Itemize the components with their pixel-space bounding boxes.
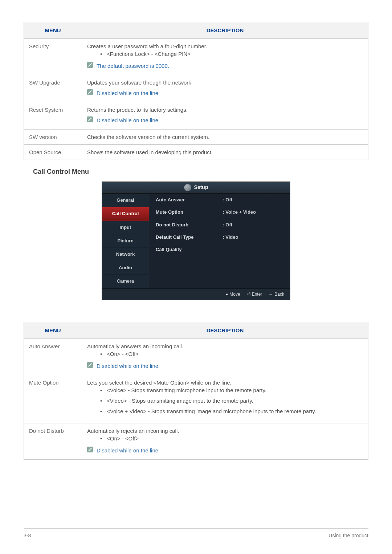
menu-table-1: MENU DESCRIPTION Security Creates a user… — [24, 22, 368, 160]
col-header-description: DESCRIPTION — [82, 22, 368, 39]
note-icon — [87, 447, 93, 452]
table-row: Do not Disturb Automatically rejects an … — [24, 423, 368, 460]
osd-tab-network[interactable]: Network — [102, 248, 149, 261]
menu-table-2: MENU DESCRIPTION Auto Answer Automatical… — [24, 322, 368, 460]
col-header-menu: MENU — [24, 22, 82, 39]
menu-label: Do not Disturb — [24, 423, 82, 460]
table-row: SW Upgrade Updates your software through… — [24, 75, 368, 102]
osd-item[interactable]: Auto Answer: Off — [149, 194, 290, 206]
osd-setup-screenshot: Setup General Call Control Input Picture… — [102, 181, 290, 300]
menu-description: Automatically answers an incoming call. … — [82, 339, 368, 375]
table-row: Open Source Shows the software used in d… — [24, 145, 368, 160]
menu-label: Security — [24, 39, 82, 75]
menu-label: Auto Answer — [24, 339, 82, 375]
section-name: Using the product — [328, 532, 368, 539]
back-arrow-icon: ← — [269, 291, 273, 297]
menu-description: Creates a user password with a four-digi… — [82, 39, 368, 75]
note-icon — [87, 62, 93, 68]
table-row: Auto Answer Automatically answers an inc… — [24, 339, 368, 375]
note-icon — [87, 89, 93, 95]
col-header-description: DESCRIPTION — [82, 322, 368, 339]
osd-title: Setup — [194, 184, 208, 191]
menu-description: Shows the software used in developing th… — [82, 145, 368, 160]
osd-header: Setup — [102, 182, 290, 194]
page-number: 3-8 — [24, 532, 31, 539]
osd-tab-picture[interactable]: Picture — [102, 234, 149, 248]
osd-footer: ♦Move ⏎Enter ←Back — [102, 288, 290, 300]
menu-description: Updates your software through the networ… — [82, 75, 368, 102]
table-row: Mute Option Lets you select the desired … — [24, 375, 368, 423]
osd-hint-move: ♦Move — [226, 291, 240, 297]
osd-item[interactable]: Call Quality — [149, 243, 290, 256]
osd-tab-camera[interactable]: Camera — [102, 275, 149, 288]
menu-label: Open Source — [24, 145, 82, 160]
osd-tab-call-control[interactable]: Call Control — [102, 207, 149, 221]
osd-tab-general[interactable]: General — [102, 194, 149, 207]
note-icon — [87, 362, 93, 368]
osd-sidebar: General Call Control Input Picture Netwo… — [102, 194, 149, 288]
menu-label: SW version — [24, 130, 82, 145]
menu-description: Checks the software version of the curre… — [82, 130, 368, 145]
osd-item[interactable]: Default Call Type: Video — [149, 231, 290, 243]
osd-content: Auto Answer: Off Mute Option: Voice + Vi… — [149, 194, 290, 288]
enter-icon: ⏎ — [247, 291, 250, 297]
section-title-call-control: Call Control Menu — [33, 167, 368, 176]
osd-hint-back: ←Back — [269, 291, 284, 297]
table-row: Reset System Returns the product to its … — [24, 102, 368, 130]
menu-label: SW Upgrade — [24, 75, 82, 102]
gear-icon — [184, 184, 191, 191]
menu-description: Returns the product to its factory setti… — [82, 102, 368, 130]
page-footer: 3-8 Using the product — [24, 528, 368, 539]
osd-item[interactable]: Do not Disturb: Off — [149, 219, 290, 231]
note-icon — [87, 116, 93, 122]
osd-tab-audio[interactable]: Audio — [102, 261, 149, 275]
table-row: SW version Checks the software version o… — [24, 130, 368, 145]
menu-description: Lets you select the desired <Mute Option… — [82, 375, 368, 423]
updown-icon: ♦ — [226, 291, 228, 297]
menu-label: Reset System — [24, 102, 82, 130]
osd-hint-enter: ⏎Enter — [247, 291, 262, 297]
menu-description: Automatically rejects an incoming call. … — [82, 423, 368, 460]
table-row: Security Creates a user password with a … — [24, 39, 368, 75]
menu-label: Mute Option — [24, 375, 82, 423]
col-header-menu: MENU — [24, 322, 82, 339]
osd-item[interactable]: Mute Option: Voice + Video — [149, 206, 290, 218]
osd-tab-input[interactable]: Input — [102, 221, 149, 234]
